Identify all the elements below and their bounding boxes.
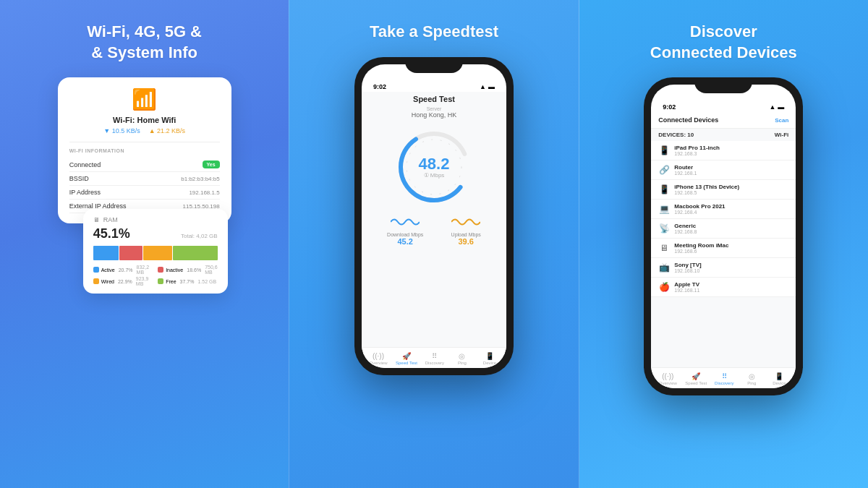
panel1-content: 📶 Wi-Fi: Home Wifi ▼ 10.5 KB/s ▲ 21.2 KB… <box>14 77 274 294</box>
phone-screen-2: 9:02 ▲ ▬ Speed Test Server Hong Kong, HK <box>362 64 506 368</box>
device-ip-sony-tv: 192.168.10 <box>674 268 788 273</box>
nav-overview-3[interactable]: ((·)) Overview <box>658 372 678 385</box>
device-icon-generic: 📡 <box>658 223 670 234</box>
ram-total: Total: 4,02 GB <box>181 233 218 239</box>
panel-speedtest: Take a Speedtest 9:02 ▲ ▬ Speed Test Ser… <box>289 0 579 488</box>
upload-wave-icon <box>451 215 481 231</box>
nav-speedtest-icon: 🚀 <box>402 352 411 360</box>
speed-value-overlay: 48.2 ① Mbps <box>419 155 450 178</box>
legend-inactive-val: 750,6 MB <box>205 265 218 275</box>
nav-overview-2[interactable]: ((·)) Overview <box>368 352 388 365</box>
panel2-title: Take a Speedtest <box>370 22 498 43</box>
device-item-macbook: 💻 Macbook Pro 2021 192.168.4 <box>651 200 796 219</box>
nav-ping-3[interactable]: ◎ Ping <box>741 372 762 385</box>
devices-header: Connected Devices Scan <box>651 112 796 129</box>
ram-legend: Active 20.7% 832,2 MB Inactive 18.6% 750… <box>93 265 218 286</box>
phone-frame-3: 9:02 ▲ ▬ Connected Devices Scan DEVICES:… <box>644 77 803 395</box>
speed-unit: ① Mbps <box>419 171 450 178</box>
upload-value: 39.6 <box>451 237 481 246</box>
speedometer: 48.2 ① Mbps <box>394 127 474 207</box>
download-label: Download Mbps <box>387 232 423 237</box>
device-name-imac: Meeting Room iMac <box>674 242 788 249</box>
bottom-nav-3: ((·)) Overview 🚀 Speed Test ⠿ Discovery … <box>651 367 796 388</box>
label-ip: IP Address <box>69 189 101 196</box>
device-item-imac: 🖥 Meeting Room iMac 192.168.6 <box>651 239 796 258</box>
legend-active-pct: 20.7% <box>119 267 133 273</box>
wifi-status-icon: ▲ <box>480 83 486 90</box>
device-item-router: 🔗 Router 192.168.1 <box>651 160 796 180</box>
phone-notch-2 <box>405 57 463 73</box>
nav-ping-icon: ◎ <box>459 352 465 360</box>
wifi-filter-label: Wi-Fi <box>775 132 788 138</box>
device-icon-router: 🔗 <box>658 165 670 175</box>
download-block: Download Mbps 45.2 <box>387 215 423 246</box>
speed-screen-title: Speed Test <box>413 95 455 103</box>
device-ip-appletv: 192.168.11 <box>674 288 788 293</box>
nav-overview-icon-3: ((·)) <box>662 372 673 380</box>
badge-yes: Yes <box>203 160 220 168</box>
wifi-row-connected: Connected Yes <box>69 158 220 172</box>
nav-device-3[interactable]: 📱 Device <box>769 372 789 385</box>
device-item-iphone: 📱 iPhone 13 (This Device) 192.168.5 <box>651 180 796 200</box>
nav-speedtest-label-3: Speed Test <box>685 381 707 385</box>
device-item-ipad: 📱 iPad Pro 11-inch 192.168.3 <box>651 141 796 160</box>
nav-ping-2[interactable]: ◎ Ping <box>452 352 472 365</box>
device-icon-ipad: 📱 <box>658 145 670 155</box>
nav-overview-icon: ((·)) <box>373 352 384 360</box>
nav-discovery-2[interactable]: ⠿ Discovery <box>425 352 445 365</box>
status-icons-3: ▲ ▬ <box>769 103 784 111</box>
ram-seg-active <box>93 246 119 260</box>
ram-seg-wired <box>143 246 171 260</box>
wifi-row-bssid: BSSID b1:b2:b3:b4:b5 <box>69 172 220 186</box>
ram-seg-inactive <box>119 246 142 260</box>
nav-device-2[interactable]: 📱 Device <box>480 352 500 365</box>
device-info-macbook: Macbook Pro 2021 192.168.4 <box>674 203 788 215</box>
speed-upload: ▲ 21.2 KB/s <box>149 127 185 134</box>
ram-card: 🖥 RAM 45.1% Total: 4,02 GB Active 20.7% … <box>83 209 228 294</box>
wifi-network-name: Wi-Fi: Home Wifi <box>69 116 220 124</box>
label-bssid: BSSID <box>69 175 89 182</box>
device-info-router: Router 192.168.1 <box>674 164 788 176</box>
wifi-info-card: 📶 Wi-Fi: Home Wifi ▼ 10.5 KB/s ▲ 21.2 KB… <box>58 77 231 223</box>
legend-free-pct: 37.7% <box>180 279 195 284</box>
nav-overview-label: Overview <box>369 361 387 365</box>
device-name-router: Router <box>674 164 788 171</box>
device-ip-macbook: 192.168.4 <box>674 210 788 215</box>
nav-discovery-3[interactable]: ⠿ Discovery <box>714 372 734 385</box>
legend-active-val: 832,2 MB <box>137 265 153 275</box>
legend-wired-pct: 22.9% <box>118 279 132 284</box>
nav-speedtest-3[interactable]: 🚀 Speed Test <box>685 372 707 385</box>
device-info-sony-tv: Sony [TV] 192.168.10 <box>674 262 788 273</box>
ram-header: 🖥 RAM <box>93 216 218 223</box>
phone-notch-3 <box>694 77 752 93</box>
wifi-section-label: WI-FI INFORMATION <box>69 142 220 153</box>
device-item-sony-tv: 📺 Sony [TV] 192.168.10 <box>651 258 796 278</box>
legend-wired-val: 923,9 MB <box>136 276 152 286</box>
device-ip-ipad: 192.168.3 <box>674 151 788 156</box>
device-name-sony-tv: Sony [TV] <box>674 262 788 268</box>
nav-discovery-label: Discovery <box>425 361 444 365</box>
device-name-ipad: iPad Pro 11-inch <box>674 145 788 151</box>
value-ip: 192.168.1.5 <box>189 189 219 196</box>
dot-wired <box>93 278 99 284</box>
dot-free <box>158 278 163 284</box>
device-ip-imac: 192.168.6 <box>674 249 788 254</box>
device-info-ipad: iPad Pro 11-inch 192.168.3 <box>674 145 788 156</box>
device-ip-router: 192.168.1 <box>674 171 788 176</box>
value-bssid: b1:b2:b3:b4:b5 <box>181 176 219 182</box>
download-upload-section: Download Mbps 45.2 Upload Mbps 39.6 <box>373 215 495 246</box>
nav-speedtest-2[interactable]: 🚀 Speed Test <box>396 352 417 365</box>
status-icons-2: ▲ ▬ <box>480 83 495 90</box>
scan-button[interactable]: Scan <box>775 117 788 124</box>
device-icon-macbook: 💻 <box>658 204 670 214</box>
legend-wired: Wired 22.9% 923,9 MB <box>93 276 152 286</box>
legend-active: Active 20.7% 832,2 MB <box>93 265 152 275</box>
panel3-title: DiscoverConnected Devices <box>650 22 797 63</box>
legend-free-label: Free <box>166 279 176 284</box>
device-icon-iphone: 📱 <box>658 184 670 194</box>
nav-speedtest-icon-3: 🚀 <box>692 372 700 380</box>
devices-list: 📱 iPad Pro 11-inch 192.168.3 🔗 Router 19… <box>651 141 796 367</box>
status-time-2: 9:02 <box>373 83 386 90</box>
nav-device-label: Device <box>483 361 496 365</box>
device-name-macbook: Macbook Pro 2021 <box>674 203 788 210</box>
